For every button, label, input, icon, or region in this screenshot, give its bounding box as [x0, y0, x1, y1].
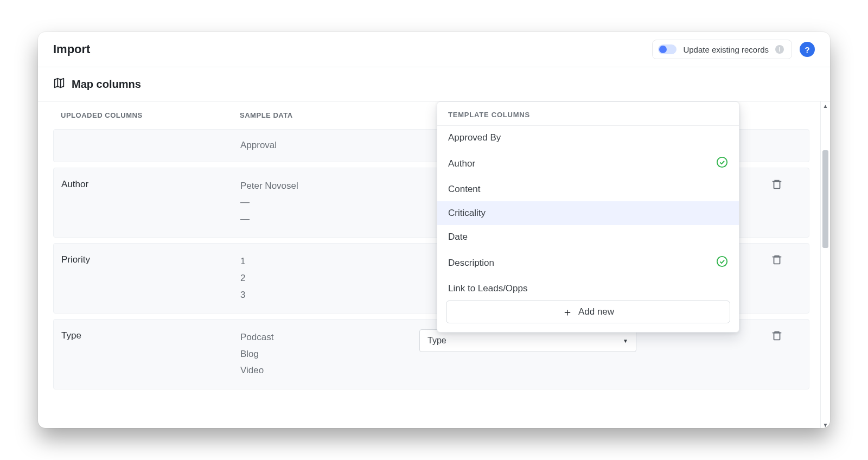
dropdown-option[interactable]: Approved By — [437, 126, 739, 150]
plus-icon: ＋ — [562, 306, 573, 317]
scroll-up-arrow[interactable]: ▲ — [821, 101, 830, 110]
sample-data: Approval — [240, 137, 419, 154]
uploaded-column-name — [61, 137, 240, 138]
check-icon — [716, 255, 728, 270]
dropdown-title: TEMPLATE COLUMNS — [437, 102, 739, 126]
update-existing-label: Update existing records — [683, 45, 769, 54]
info-icon[interactable]: i — [775, 45, 784, 54]
sample-data: Peter Novosel — — — [240, 178, 419, 228]
uploaded-column-name: Type — [61, 329, 240, 341]
add-new-label: Add new — [578, 306, 614, 317]
import-modal: Import Update existing records i ? Map c… — [38, 32, 830, 428]
update-existing-toggle[interactable] — [658, 44, 676, 54]
dropdown-option[interactable]: Author — [437, 150, 739, 177]
content-area: UPLOADED COLUMNS SAMPLE DATA Approval Au… — [38, 101, 820, 428]
template-columns-dropdown: TEMPLATE COLUMNS Approved By Author Cont… — [437, 101, 739, 333]
row-actions — [752, 329, 801, 344]
uploaded-column-name: Author — [61, 178, 240, 190]
svg-marker-0 — [55, 79, 64, 88]
sample-data: Podcast Blog Video — [240, 329, 419, 379]
destination-select[interactable]: Type ▼ — [419, 329, 636, 352]
page-title: Import — [53, 42, 90, 56]
svg-point-6 — [717, 157, 727, 167]
row-actions — [752, 253, 801, 269]
delete-row-button[interactable] — [771, 253, 783, 269]
subheader-title: Map columns — [72, 78, 141, 91]
help-button[interactable]: ? — [800, 42, 815, 57]
svg-rect-5 — [774, 333, 780, 340]
svg-rect-3 — [774, 181, 780, 188]
uploaded-column-name: Priority — [61, 253, 240, 265]
header-sample-data: SAMPLE DATA — [240, 111, 419, 119]
header-uploaded-columns: UPLOADED COLUMNS — [61, 111, 240, 119]
dropdown-option[interactable]: Description — [437, 249, 739, 277]
update-existing-toggle-group: Update existing records i — [652, 40, 792, 59]
check-icon — [716, 156, 728, 171]
subheader: Map columns — [38, 67, 830, 101]
delete-row-button[interactable] — [771, 178, 783, 193]
dropdown-option[interactable]: Content — [437, 177, 739, 201]
dropdown-option[interactable]: Link to Leads/Opps — [437, 277, 739, 296]
sample-data: 1 2 3 — [240, 253, 419, 303]
scroll-down-arrow[interactable]: ▼ — [821, 420, 830, 428]
add-new-button[interactable]: ＋ Add new — [446, 301, 730, 323]
scroll-thumb[interactable] — [822, 150, 828, 248]
dropdown-footer: ＋ Add new — [437, 296, 739, 332]
dropdown-option[interactable]: Criticality — [437, 201, 739, 225]
body: UPLOADED COLUMNS SAMPLE DATA Approval Au… — [38, 101, 830, 428]
select-value: Type — [427, 336, 446, 346]
svg-rect-4 — [774, 257, 780, 264]
header: Import Update existing records i ? — [38, 32, 830, 67]
destination-cell: Type ▼ — [419, 329, 752, 352]
map-icon — [53, 77, 65, 91]
row-actions — [752, 178, 801, 193]
dropdown-option[interactable]: Date — [437, 225, 739, 249]
chevron-down-icon: ▼ — [623, 338, 628, 344]
svg-point-7 — [717, 257, 727, 266]
delete-row-button[interactable] — [771, 329, 783, 344]
scrollbar[interactable]: ▲ ▼ — [820, 101, 830, 428]
dropdown-list: Approved By Author Content Criticality — [437, 126, 739, 296]
header-actions: Update existing records i ? — [652, 40, 815, 59]
